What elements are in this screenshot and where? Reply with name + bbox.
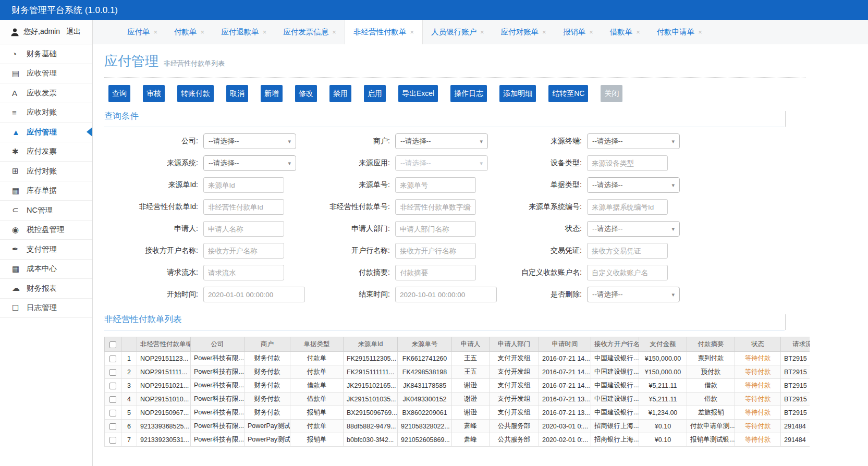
cell-来源单Id: b0bfc030-3f42... <box>344 433 398 447</box>
select-value: --请选择-- <box>592 180 622 190</box>
tab-close-icon[interactable]: × <box>410 28 414 36</box>
cell-单据类型: 借款单 <box>290 379 344 393</box>
sidebar-item-应收发票[interactable]: A应收发票 <box>0 83 92 103</box>
tab-应付单[interactable]: 应付单× <box>119 20 166 44</box>
sidebar-item-应付对账[interactable]: ⊞应付对账 <box>0 162 92 181</box>
sidebar-item-库存单据[interactable]: ▦库存单据 <box>0 181 92 201</box>
sidebar-item-财务基础[interactable]: ◔财务基础 <box>0 44 92 64</box>
toolbar-button-结转至NC[interactable]: 结转至NC <box>548 85 588 102</box>
toolbar-button-启用[interactable]: 启用 <box>364 85 386 102</box>
toolbar-button-修改[interactable]: 修改 <box>295 85 317 102</box>
sidebar-item-日志管理[interactable]: ☐日志管理 <box>0 299 92 318</box>
section-scrollbar[interactable] <box>785 314 786 330</box>
toolbar-button-转账付款[interactable]: 转账付款 <box>177 85 214 102</box>
接收方开户名称-input[interactable] <box>203 243 284 259</box>
toolbar-button-操作日志[interactable]: 操作日志 <box>450 85 487 102</box>
付款摘要-input[interactable] <box>395 265 476 280</box>
row-checkbox[interactable] <box>109 355 116 362</box>
toolbar-button-添加明细[interactable]: 添加明细 <box>499 85 536 102</box>
来源单号-input[interactable] <box>395 177 476 193</box>
设备类型-input[interactable] <box>587 155 668 171</box>
table-row[interactable]: 2NOP29151111...Power科技有限...财务付款付款单FK2915… <box>105 365 810 379</box>
sidebar-item-成本中心[interactable]: ▦成本中心 <box>0 260 92 279</box>
tab-应付退款单[interactable]: 应付退款单× <box>213 20 275 44</box>
tab-报销单[interactable]: 报销单× <box>555 20 602 44</box>
cell-状态: 等待付款 <box>735 393 781 406</box>
tab-非经营性付款单[interactable]: 非经营性付款单× <box>345 20 423 44</box>
商户-select[interactable]: --请选择--▾ <box>395 133 488 149</box>
toolbar-button-查询[interactable]: 查询 <box>108 85 130 102</box>
开户行名称-input[interactable] <box>395 243 476 259</box>
sidebar-item-支付管理[interactable]: ✒支付管理 <box>0 240 92 260</box>
自定义收款账户名-input[interactable] <box>587 265 668 280</box>
sidebar-item-应收对账[interactable]: ≡应收对账 <box>0 103 92 123</box>
状态-select[interactable]: --请选择--▾ <box>587 221 680 237</box>
table-row[interactable]: 7921339230531...Power科技有限...PowerPay测试H5… <box>105 433 810 447</box>
tab-应付发票信息[interactable]: 应付发票信息× <box>275 20 345 44</box>
cell-支付金额: ¥150,000.00 <box>639 352 687 365</box>
来源终端-select[interactable]: --请选择--▾ <box>587 133 680 149</box>
tab-close-icon[interactable]: × <box>154 28 158 36</box>
table-row[interactable]: 5NOP29150967...Power科技有限...财务付款报销单BX2915… <box>105 406 810 420</box>
toolbar-button-取消[interactable]: 取消 <box>226 85 248 102</box>
sidebar-item-应付发票[interactable]: ✱应付发票 <box>0 142 92 162</box>
section-scrollbar[interactable] <box>785 111 786 127</box>
row-checkbox[interactable] <box>109 383 116 389</box>
row-checkbox[interactable] <box>109 369 116 376</box>
cell-来源单号: 921052605869... <box>398 433 452 447</box>
sidebar-item-税控盘管理[interactable]: ◉税控盘管理 <box>0 220 92 240</box>
table-row[interactable]: 4NOP29151010...Power科技有限...财务付款借款单JK2915… <box>105 393 810 406</box>
toolbar-button-导出Excel[interactable]: 导出Excel <box>398 85 438 102</box>
toolbar-button-审核[interactable]: 审核 <box>143 85 165 102</box>
row-checkbox[interactable] <box>109 437 116 444</box>
tab-应付对账单[interactable]: 应付对账单× <box>493 20 555 44</box>
tab-close-icon[interactable]: × <box>332 28 336 36</box>
row-checkbox[interactable] <box>109 423 116 430</box>
交易凭证-input[interactable] <box>587 243 668 259</box>
tab-close-icon[interactable]: × <box>263 28 267 36</box>
cell-来源单Id: BX2915096769... <box>344 406 398 420</box>
单据类型-select[interactable]: --请选择--▾ <box>587 177 680 193</box>
非经营性付款单Id-input[interactable] <box>203 199 284 215</box>
row-checkbox[interactable] <box>109 410 116 416</box>
开始时间-input[interactable] <box>203 287 305 302</box>
field-开户行名称: 开户行名称: <box>296 243 488 259</box>
tab-付款单[interactable]: 付款单× <box>166 20 213 44</box>
tab-付款申请单[interactable]: 付款申请单× <box>649 20 711 44</box>
toolbar-button-禁用[interactable]: 禁用 <box>329 85 351 102</box>
sidebar-item-财务报表[interactable]: ☁财务报表 <box>0 279 92 299</box>
field-付款摘要: 付款摘要: <box>296 265 488 280</box>
申请人部门-input[interactable] <box>395 221 476 237</box>
col-header-申请人: 申请人 <box>452 337 490 352</box>
tab-借款单[interactable]: 借款单× <box>602 20 649 44</box>
sidebar-item-应收管理[interactable]: ▤应收管理 <box>0 64 92 84</box>
sidebar-item-NC管理[interactable]: ⊂NC管理 <box>0 201 92 220</box>
来源单系统编号-input[interactable] <box>587 199 668 215</box>
sidebar-item-应付管理[interactable]: ▲应付管理 <box>0 122 92 142</box>
公司-select[interactable]: --请选择--▾ <box>203 133 296 149</box>
tab-close-icon[interactable]: × <box>589 28 593 36</box>
来源系统-select[interactable]: --请选择--▾ <box>203 155 296 171</box>
tab-close-icon[interactable]: × <box>201 28 205 36</box>
tab-close-icon[interactable]: × <box>698 28 702 36</box>
logout-link[interactable]: 退出 <box>66 27 81 36</box>
申请人-input[interactable] <box>203 221 284 237</box>
tab-人员银行账户[interactable]: 人员银行账户× <box>423 20 493 44</box>
select-all-checkbox[interactable] <box>109 341 116 348</box>
toolbar-button-关闭[interactable]: 关闭 <box>601 85 622 102</box>
非经营性付款单号-input[interactable] <box>395 199 476 215</box>
tab-close-icon[interactable]: × <box>636 28 640 36</box>
cell-申请人部门: 支付开发组 <box>490 379 539 393</box>
结束时间-input[interactable] <box>395 287 497 302</box>
table-row[interactable]: 1NOP29151123...Power科技有限...财务付款付款单FK2915… <box>105 352 810 365</box>
table-row[interactable]: 3NOP29151021...Power科技有限...财务付款借款单JK2915… <box>105 379 810 393</box>
row-checkbox[interactable] <box>109 396 116 403</box>
来源应用-select[interactable]: --请选择--▾ <box>395 155 488 171</box>
table-row[interactable]: 6921339368525...Power科技有限...PowerPay测试付款… <box>105 420 810 433</box>
tab-close-icon[interactable]: × <box>480 28 484 36</box>
tab-close-icon[interactable]: × <box>542 28 546 36</box>
请求流水-input[interactable] <box>203 265 284 280</box>
是否删除-select[interactable]: --请选择--▾ <box>587 287 680 302</box>
来源单Id-input[interactable] <box>203 177 284 193</box>
toolbar-button-新增[interactable]: 新增 <box>261 85 283 102</box>
